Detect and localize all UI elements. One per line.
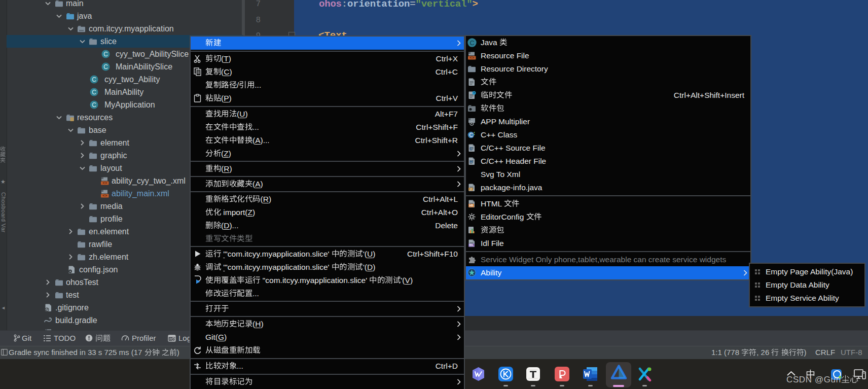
svg-text:C: C: [469, 40, 474, 47]
